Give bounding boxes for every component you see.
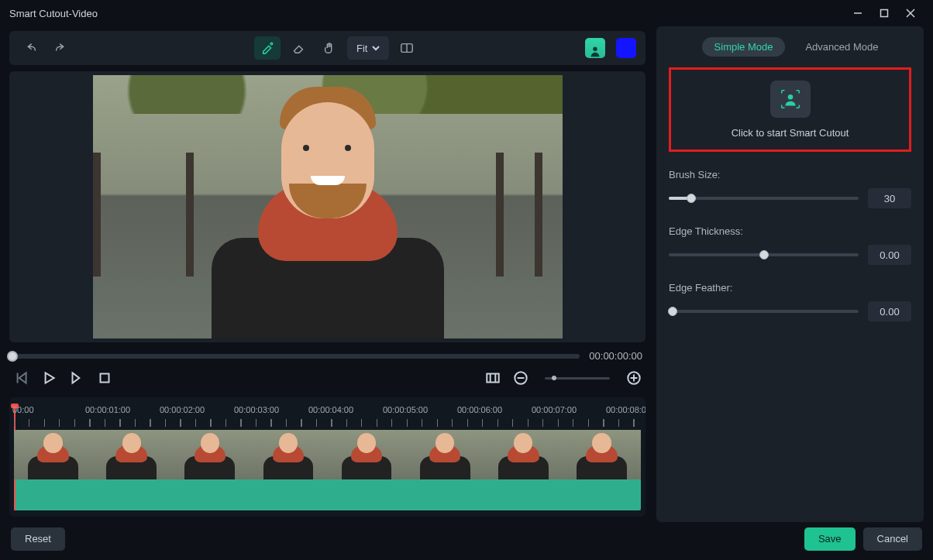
ruler-label: 00:00:06:00	[457, 405, 502, 414]
brush-tool-button[interactable]	[254, 36, 281, 60]
window-title: Smart Cutout-Video	[9, 8, 98, 19]
brush-size-slider[interactable]	[669, 197, 859, 200]
edge-feather-slider[interactable]	[669, 310, 859, 313]
zoom-fit-dropdown[interactable]: Fit	[347, 36, 389, 60]
stop-button[interactable]	[96, 369, 113, 387]
start-smart-cutout-label: Click to start Smart Cutout	[732, 127, 849, 139]
redo-button[interactable]	[48, 36, 74, 60]
play-button[interactable]	[40, 369, 57, 387]
ruler-label: 00:00:03:00	[234, 405, 279, 414]
hand-tool-button[interactable]	[316, 36, 343, 60]
svg-point-4	[270, 43, 273, 45]
svg-point-7	[593, 47, 597, 51]
edge-thickness-label: Edge Thickness:	[669, 225, 911, 237]
ruler-label: 00:00:04:00	[308, 405, 353, 414]
preview-image	[93, 75, 563, 338]
window-maximize-button[interactable]	[871, 0, 897, 26]
cancel-button[interactable]: Cancel	[863, 527, 922, 551]
brush-size-value[interactable]: 30	[868, 188, 911, 208]
side-panel: Simple Mode Advanced Mode Click to start…	[656, 26, 924, 522]
scrubber[interactable]	[12, 354, 580, 359]
undo-button[interactable]	[17, 36, 43, 60]
audio-track[interactable]	[14, 479, 641, 510]
footer: Reset Save Cancel	[0, 522, 933, 560]
preview-viewport	[9, 71, 646, 342]
timeline-thumbnails[interactable]	[14, 430, 641, 479]
ruler-label: 00:00:07:00	[532, 405, 577, 414]
svg-rect-1	[881, 10, 888, 17]
reset-button[interactable]: Reset	[11, 527, 65, 551]
window-close-button[interactable]	[897, 0, 924, 26]
eraser-tool-button[interactable]	[285, 36, 312, 60]
ruler-label: 00:00:05:00	[383, 405, 428, 414]
toolbar: Fit	[9, 31, 646, 65]
svg-point-15	[787, 94, 793, 100]
edge-feather-value[interactable]: 0.00	[868, 301, 911, 321]
scrubber-handle[interactable]	[7, 351, 18, 362]
background-swatch[interactable]	[616, 38, 636, 58]
timeline: 00:00 00:00:01:00 00:00:02:00 00:00:03:0…	[9, 397, 646, 517]
ruler-label: 00:00:02:00	[160, 405, 205, 414]
timeline-ruler[interactable]: 00:00 00:00:01:00 00:00:02:00 00:00:03:0…	[14, 405, 644, 427]
ruler-label: 00:00	[12, 405, 34, 414]
tab-simple-mode[interactable]: Simple Mode	[702, 37, 786, 57]
ruler-label: 00:00:08:00	[606, 405, 646, 414]
compare-view-button[interactable]	[394, 36, 420, 60]
zoom-fit-label: Fit	[356, 43, 367, 54]
step-forward-button[interactable]	[68, 369, 85, 387]
svg-rect-8	[101, 374, 109, 383]
chevron-down-icon	[372, 44, 380, 52]
svg-rect-9	[487, 374, 498, 383]
tab-advanced-mode[interactable]: Advanced Mode	[805, 41, 878, 53]
edge-thickness-slider[interactable]	[669, 253, 859, 256]
zoom-in-button[interactable]	[625, 369, 642, 387]
title-bar: Smart Cutout-Video	[0, 0, 933, 26]
window-minimize-button[interactable]	[845, 0, 871, 26]
fullscreen-button[interactable]	[484, 369, 501, 387]
foreground-swatch[interactable]	[585, 38, 605, 58]
timecode: 00:00:00:00	[589, 350, 642, 362]
person-icon	[588, 44, 602, 58]
brush-size-label: Brush Size:	[669, 169, 911, 180]
save-button[interactable]: Save	[804, 527, 856, 551]
zoom-slider[interactable]	[545, 377, 610, 380]
step-back-button[interactable]	[12, 369, 29, 387]
edge-thickness-value[interactable]: 0.00	[868, 245, 911, 265]
ruler-label: 00:00:01:00	[85, 405, 130, 414]
zoom-out-button[interactable]	[512, 369, 529, 387]
edge-feather-label: Edge Feather:	[669, 282, 911, 294]
start-smart-cutout-button[interactable]	[770, 81, 811, 118]
start-cutout-highlight: Click to start Smart Cutout	[669, 67, 911, 152]
